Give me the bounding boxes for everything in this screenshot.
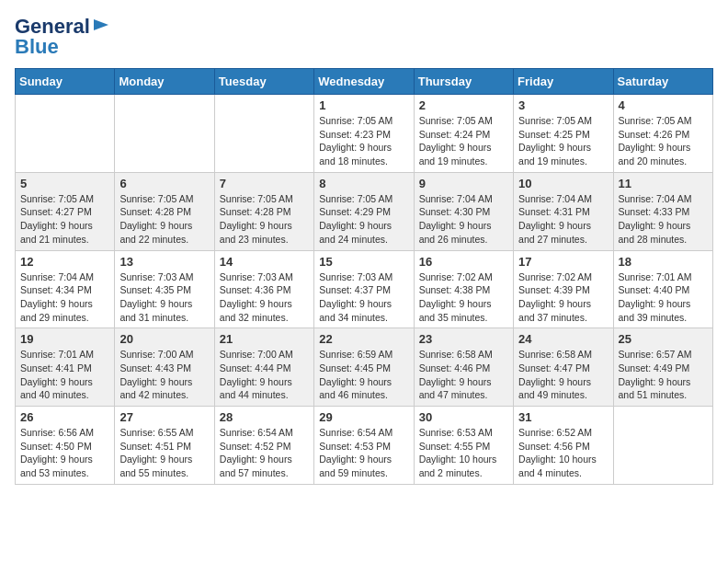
calendar-cell: 21 Sunrise: 7:00 AMSunset: 4:44 PMDaylig… <box>214 328 313 407</box>
calendar-cell: 16 Sunrise: 7:02 AMSunset: 4:38 PMDaylig… <box>414 250 513 328</box>
cell-info: Sunrise: 6:54 AMSunset: 4:52 PMDaylight:… <box>220 427 293 478</box>
logo-blue: Blue <box>15 35 59 59</box>
cell-info: Sunrise: 7:05 AMSunset: 4:23 PMDaylight:… <box>319 115 392 167</box>
cell-info: Sunrise: 7:05 AMSunset: 4:27 PMDaylight:… <box>20 193 94 245</box>
calendar-cell: 2 Sunrise: 7:05 AMSunset: 4:24 PMDayligh… <box>414 95 513 173</box>
calendar-header-thursday: Thursday <box>414 69 513 95</box>
calendar-cell: 11 Sunrise: 7:04 AMSunset: 4:33 PMDaylig… <box>613 172 712 250</box>
calendar-week-row: 26 Sunrise: 6:56 AMSunset: 4:50 PMDaylig… <box>16 407 713 485</box>
calendar-cell: 22 Sunrise: 6:59 AMSunset: 4:45 PMDaylig… <box>314 328 414 407</box>
calendar-header-monday: Monday <box>115 69 214 95</box>
page-header: General Blue <box>15 15 713 59</box>
calendar-week-row: 5 Sunrise: 7:05 AMSunset: 4:27 PMDayligh… <box>16 172 713 250</box>
calendar-cell: 27 Sunrise: 6:55 AMSunset: 4:51 PMDaylig… <box>115 407 214 485</box>
calendar-cell: 28 Sunrise: 6:54 AMSunset: 4:52 PMDaylig… <box>214 407 313 485</box>
calendar-cell: 23 Sunrise: 6:58 AMSunset: 4:46 PMDaylig… <box>414 328 513 407</box>
cell-info: Sunrise: 7:05 AMSunset: 4:29 PMDaylight:… <box>319 193 392 245</box>
day-number: 18 <box>619 255 708 269</box>
day-number: 21 <box>220 332 309 346</box>
calendar-cell: 7 Sunrise: 7:05 AMSunset: 4:28 PMDayligh… <box>214 172 313 250</box>
calendar-header-sunday: Sunday <box>16 69 115 95</box>
logo: General Blue <box>15 15 110 59</box>
cell-info: Sunrise: 7:03 AMSunset: 4:36 PMDaylight:… <box>220 271 293 323</box>
cell-info: Sunrise: 7:04 AMSunset: 4:30 PMDaylight:… <box>419 193 493 245</box>
calendar-cell: 26 Sunrise: 6:56 AMSunset: 4:50 PMDaylig… <box>16 407 115 485</box>
calendar-table: SundayMondayTuesdayWednesdayThursdayFrid… <box>15 68 713 485</box>
day-number: 26 <box>20 410 109 424</box>
calendar-cell: 24 Sunrise: 6:58 AMSunset: 4:47 PMDaylig… <box>514 328 613 407</box>
cell-info: Sunrise: 7:00 AMSunset: 4:44 PMDaylight:… <box>220 349 293 400</box>
day-number: 31 <box>518 410 608 424</box>
cell-info: Sunrise: 6:58 AMSunset: 4:46 PMDaylight:… <box>419 349 493 400</box>
calendar-cell: 14 Sunrise: 7:03 AMSunset: 4:36 PMDaylig… <box>214 250 313 328</box>
day-number: 12 <box>20 255 109 269</box>
calendar-cell <box>613 407 712 485</box>
calendar-week-row: 19 Sunrise: 7:01 AMSunset: 4:41 PMDaylig… <box>16 328 713 407</box>
calendar-cell: 5 Sunrise: 7:05 AMSunset: 4:27 PMDayligh… <box>16 172 115 250</box>
cell-info: Sunrise: 7:03 AMSunset: 4:37 PMDaylight:… <box>319 271 392 323</box>
cell-info: Sunrise: 6:57 AMSunset: 4:49 PMDaylight:… <box>619 349 692 400</box>
cell-info: Sunrise: 6:59 AMSunset: 4:45 PMDaylight:… <box>319 349 392 400</box>
day-number: 22 <box>319 332 408 346</box>
cell-info: Sunrise: 7:05 AMSunset: 4:24 PMDaylight:… <box>419 115 493 167</box>
calendar-header-friday: Friday <box>514 69 613 95</box>
cell-info: Sunrise: 6:58 AMSunset: 4:47 PMDaylight:… <box>518 349 592 400</box>
day-number: 30 <box>419 410 508 424</box>
calendar-cell: 3 Sunrise: 7:05 AMSunset: 4:25 PMDayligh… <box>514 95 613 173</box>
calendar-cell: 19 Sunrise: 7:01 AMSunset: 4:41 PMDaylig… <box>16 328 115 407</box>
day-number: 15 <box>319 255 408 269</box>
day-number: 7 <box>220 177 309 190</box>
day-number: 29 <box>319 410 408 424</box>
cell-info: Sunrise: 7:04 AMSunset: 4:34 PMDaylight:… <box>20 271 94 323</box>
day-number: 28 <box>220 410 309 424</box>
day-number: 13 <box>119 255 209 269</box>
calendar-cell <box>115 95 214 173</box>
calendar-header-wednesday: Wednesday <box>314 69 414 95</box>
calendar-cell: 6 Sunrise: 7:05 AMSunset: 4:28 PMDayligh… <box>115 172 214 250</box>
cell-info: Sunrise: 7:02 AMSunset: 4:38 PMDaylight:… <box>419 271 493 323</box>
day-number: 25 <box>619 332 708 346</box>
cell-info: Sunrise: 7:05 AMSunset: 4:28 PMDaylight:… <box>220 193 293 245</box>
day-number: 24 <box>518 332 608 346</box>
cell-info: Sunrise: 7:01 AMSunset: 4:41 PMDaylight:… <box>20 349 94 400</box>
cell-info: Sunrise: 7:03 AMSunset: 4:35 PMDaylight:… <box>119 271 193 323</box>
cell-info: Sunrise: 7:00 AMSunset: 4:43 PMDaylight:… <box>119 349 193 400</box>
calendar-cell: 4 Sunrise: 7:05 AMSunset: 4:26 PMDayligh… <box>613 95 712 173</box>
day-number: 17 <box>518 255 608 269</box>
day-number: 3 <box>518 98 608 112</box>
day-number: 9 <box>419 177 508 190</box>
cell-info: Sunrise: 6:53 AMSunset: 4:55 PMDaylight:… <box>419 427 497 478</box>
cell-info: Sunrise: 7:04 AMSunset: 4:31 PMDaylight:… <box>518 193 592 245</box>
logo-flag-icon <box>92 17 110 36</box>
day-number: 5 <box>20 177 109 190</box>
day-number: 23 <box>419 332 508 346</box>
calendar-cell <box>214 95 313 173</box>
day-number: 20 <box>119 332 209 346</box>
calendar-cell: 10 Sunrise: 7:04 AMSunset: 4:31 PMDaylig… <box>514 172 613 250</box>
calendar-cell: 1 Sunrise: 7:05 AMSunset: 4:23 PMDayligh… <box>314 95 414 173</box>
day-number: 8 <box>319 177 408 190</box>
cell-info: Sunrise: 7:01 AMSunset: 4:40 PMDaylight:… <box>619 271 692 323</box>
cell-info: Sunrise: 7:05 AMSunset: 4:26 PMDaylight:… <box>619 115 692 167</box>
calendar-cell: 8 Sunrise: 7:05 AMSunset: 4:29 PMDayligh… <box>314 172 414 250</box>
day-number: 11 <box>619 177 708 190</box>
cell-info: Sunrise: 6:52 AMSunset: 4:56 PMDaylight:… <box>518 427 597 478</box>
calendar-cell: 29 Sunrise: 6:54 AMSunset: 4:53 PMDaylig… <box>314 407 414 485</box>
calendar-week-row: 1 Sunrise: 7:05 AMSunset: 4:23 PMDayligh… <box>16 95 713 173</box>
calendar-header-tuesday: Tuesday <box>214 69 313 95</box>
cell-info: Sunrise: 6:56 AMSunset: 4:50 PMDaylight:… <box>20 427 94 478</box>
cell-info: Sunrise: 7:02 AMSunset: 4:39 PMDaylight:… <box>518 271 592 323</box>
calendar-cell: 31 Sunrise: 6:52 AMSunset: 4:56 PMDaylig… <box>514 407 613 485</box>
day-number: 19 <box>20 332 109 346</box>
calendar-week-row: 12 Sunrise: 7:04 AMSunset: 4:34 PMDaylig… <box>16 250 713 328</box>
calendar-cell: 20 Sunrise: 7:00 AMSunset: 4:43 PMDaylig… <box>115 328 214 407</box>
cell-info: Sunrise: 7:05 AMSunset: 4:28 PMDaylight:… <box>119 193 193 245</box>
cell-info: Sunrise: 7:05 AMSunset: 4:25 PMDaylight:… <box>518 115 592 167</box>
calendar-header-row: SundayMondayTuesdayWednesdayThursdayFrid… <box>16 69 713 95</box>
calendar-cell: 30 Sunrise: 6:53 AMSunset: 4:55 PMDaylig… <box>414 407 513 485</box>
day-number: 1 <box>319 98 408 112</box>
calendar-header-saturday: Saturday <box>613 69 712 95</box>
calendar-cell: 15 Sunrise: 7:03 AMSunset: 4:37 PMDaylig… <box>314 250 414 328</box>
day-number: 14 <box>220 255 309 269</box>
calendar-cell <box>16 95 115 173</box>
